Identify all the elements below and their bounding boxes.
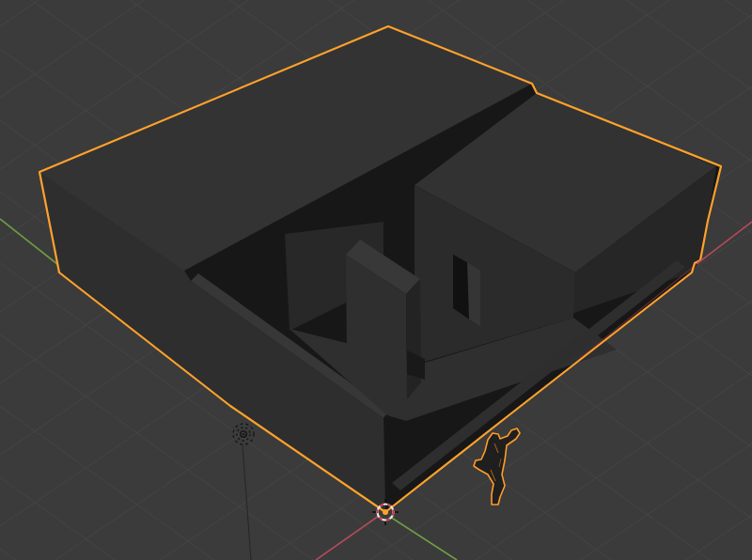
blender-viewport[interactable] — [0, 0, 752, 560]
pillar-right-face — [406, 279, 421, 399]
doorway-jamb-face — [467, 262, 480, 327]
object-origin-dot — [383, 509, 388, 515]
empty-center-dot — [243, 433, 245, 436]
viewport-canvas[interactable] — [0, 0, 752, 560]
